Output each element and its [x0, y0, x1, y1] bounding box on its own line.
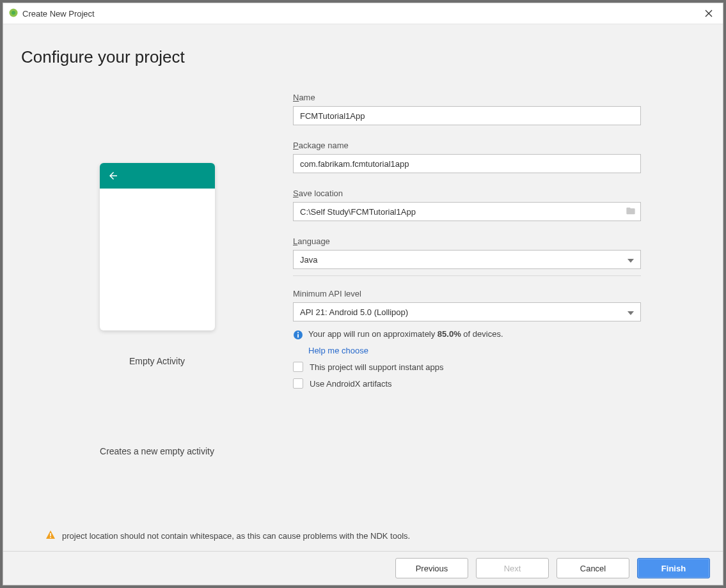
dialog-window: Create New Project Configure your projec… — [3, 3, 723, 585]
phone-actionbar — [100, 163, 215, 189]
api-info-row: Your app will run on approximately 85.0%… — [293, 329, 641, 342]
instant-apps-checkbox[interactable] — [293, 362, 303, 372]
svg-rect-5 — [50, 533, 51, 536]
name-label: Name — [293, 93, 641, 102]
page-title: Configure your project — [21, 47, 705, 67]
warning-row: project location should not contain whit… — [21, 520, 705, 551]
preview-description: Creates a new empty activity — [100, 446, 214, 456]
language-label: Language — [293, 236, 641, 246]
min-api-value: API 21: Android 5.0 (Lollipop) — [300, 307, 408, 317]
warning-icon — [45, 530, 56, 542]
previous-button[interactable]: Previous — [395, 558, 468, 578]
min-api-select[interactable]: API 21: Android 5.0 (Lollipop) — [293, 302, 641, 321]
svg-rect-6 — [50, 537, 51, 538]
svg-point-1 — [12, 11, 15, 15]
warning-text: project location should not contain whit… — [62, 531, 410, 541]
androidx-checkbox[interactable] — [293, 378, 303, 389]
cancel-button[interactable]: Cancel — [556, 558, 629, 578]
svg-point-4 — [297, 332, 299, 333]
window-title: Create New Project — [22, 9, 95, 19]
separator — [293, 275, 641, 276]
chevron-down-icon — [627, 255, 634, 265]
footer-button-bar: Previous Next Cancel Finish — [3, 551, 723, 585]
language-value: Java — [300, 255, 317, 265]
instant-apps-label: This project will support instant apps — [310, 362, 444, 372]
preview-caption: Empty Activity — [129, 356, 185, 366]
titlebar: Create New Project — [3, 3, 723, 24]
finish-button[interactable]: Finish — [637, 558, 710, 578]
chevron-down-icon — [627, 307, 634, 317]
preview-pane: Empty Activity Creates a new empty activ… — [21, 93, 293, 520]
folder-open-icon — [626, 206, 636, 218]
next-button: Next — [476, 558, 549, 578]
info-icon — [293, 330, 303, 342]
help-me-choose-link[interactable]: Help me choose — [308, 346, 368, 355]
save-location-input[interactable] — [293, 202, 620, 221]
form-pane: Name Package name Save location — [293, 93, 705, 520]
androidx-label: Use AndroidX artifacts — [310, 379, 392, 389]
android-studio-icon — [8, 8, 19, 20]
package-input[interactable] — [293, 154, 641, 173]
save-location-label: Save location — [293, 189, 641, 198]
name-input[interactable] — [293, 106, 641, 125]
phone-preview — [100, 163, 215, 330]
svg-rect-3 — [297, 334, 299, 338]
browse-folder-button[interactable] — [620, 202, 641, 221]
api-info-text: Your app will run on approximately 85.0%… — [308, 329, 503, 339]
close-icon[interactable] — [700, 6, 718, 22]
arrow-left-icon — [107, 170, 119, 182]
min-api-label: Minimum API level — [293, 289, 641, 298]
content-area: Configure your project Empty Activity Cr… — [3, 24, 723, 551]
language-select[interactable]: Java — [293, 250, 641, 269]
package-label: Package name — [293, 141, 641, 150]
